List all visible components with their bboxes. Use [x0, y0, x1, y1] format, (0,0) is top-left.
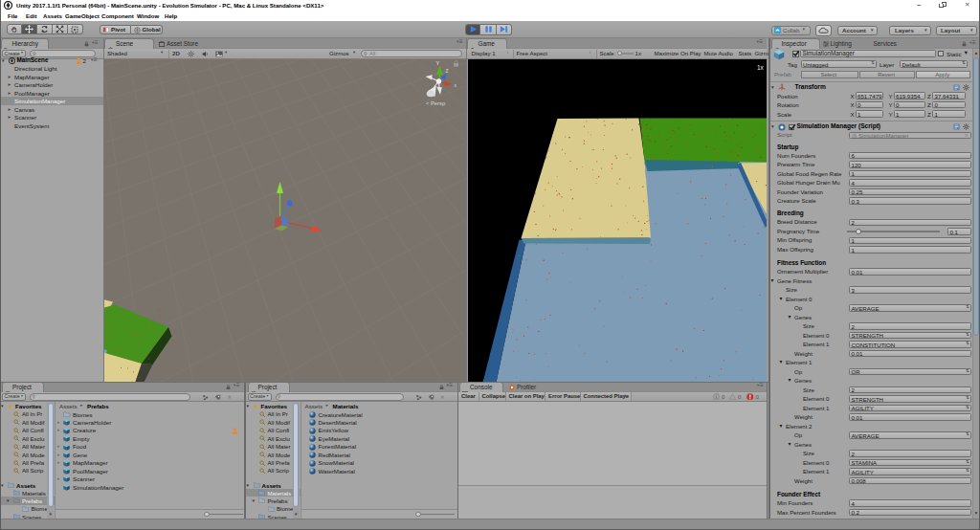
svg-text:< Persp: < Persp: [426, 100, 445, 106]
svg-text:Z: Z: [446, 67, 449, 73]
svg-text:Y: Y: [436, 60, 440, 66]
